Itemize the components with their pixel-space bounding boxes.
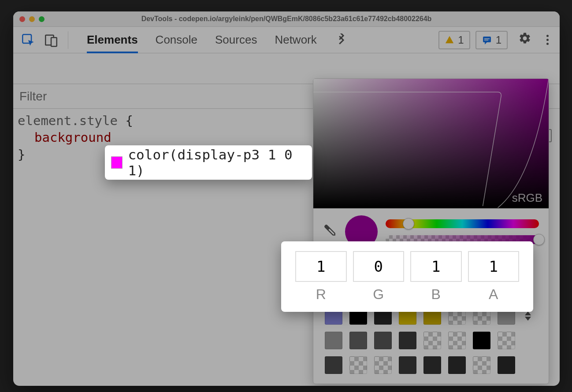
palette-swatch[interactable] (349, 356, 367, 374)
color-swatch-icon[interactable] (111, 156, 123, 169)
palette-swatch[interactable] (325, 332, 342, 349)
titlebar: DevTools - codepen.io/argyleink/pen/QWBg… (13, 11, 560, 27)
zoom-window-icon[interactable] (39, 16, 45, 22)
palette-swatch[interactable] (448, 332, 466, 349)
palette-swatch[interactable] (473, 332, 490, 349)
messages-badge[interactable]: 1 (475, 31, 508, 49)
warnings-count: 1 (458, 34, 464, 46)
palette-swatch[interactable] (374, 356, 392, 374)
palette-swatch[interactable] (448, 356, 466, 374)
gear-icon[interactable] (518, 32, 531, 48)
rgba-inputs-highlight: 1 0 1 1 R G B A (281, 241, 533, 312)
palette-swatch[interactable] (473, 356, 490, 374)
palette-swatch[interactable] (498, 332, 515, 349)
warnings-badge[interactable]: 1 (438, 31, 470, 49)
channel-b-label: B (410, 286, 462, 303)
palette-swatch[interactable] (423, 332, 441, 349)
palette-swatch[interactable] (498, 356, 515, 374)
traffic-lights (19, 16, 45, 22)
window-title: DevTools - codepen.io/argyleink/pen/QWBg… (13, 15, 560, 23)
eyedropper-icon[interactable] (323, 223, 337, 240)
channel-g-label: G (353, 286, 405, 303)
palette-stepper-icon[interactable] (522, 311, 534, 321)
palette-swatch[interactable] (325, 356, 342, 374)
channel-r-input[interactable]: 1 (295, 251, 347, 282)
svg-rect-2 (51, 37, 57, 46)
tab-network[interactable]: Network (275, 27, 316, 53)
gamut-boundary-icon (313, 79, 549, 208)
kebab-menu-icon[interactable] (542, 35, 553, 45)
messages-count: 1 (496, 34, 501, 46)
divider (68, 31, 68, 49)
device-toolbar-icon[interactable] (42, 31, 60, 49)
inspect-element-icon[interactable] (19, 31, 37, 49)
channel-b-input[interactable]: 1 (410, 251, 462, 282)
css-property-name[interactable]: background (34, 130, 111, 145)
svg-rect-3 (483, 37, 491, 42)
color-gradient-area[interactable]: sRGB (313, 79, 549, 208)
channel-g-input[interactable]: 0 (353, 251, 405, 282)
tab-sources[interactable]: Sources (215, 27, 257, 53)
panel-tabs: Elements Console Sources Network (87, 27, 348, 53)
palette-swatch[interactable] (399, 332, 416, 349)
minimize-window-icon[interactable] (29, 16, 35, 22)
palette-swatch[interactable] (399, 356, 416, 374)
devtools-toolbar: Elements Console Sources Network 1 1 (13, 27, 560, 53)
alpha-thumb[interactable] (533, 234, 545, 245)
channel-r-label: R (295, 286, 347, 303)
gamut-label: sRGB (512, 191, 542, 205)
channel-a-input[interactable]: 1 (468, 251, 520, 282)
styles-filter-input[interactable] (19, 89, 196, 104)
hue-slider[interactable] (386, 219, 539, 228)
palette-swatch[interactable] (423, 356, 441, 374)
tab-elements[interactable]: Elements (87, 27, 138, 53)
selector-text[interactable]: element.style (18, 113, 118, 128)
close-window-icon[interactable] (19, 16, 25, 22)
channel-a-label: A (468, 286, 520, 303)
rule-close: } (18, 147, 25, 162)
more-tabs-icon[interactable] (334, 27, 348, 53)
color-picker-popover: sRGB (313, 78, 549, 384)
css-value-highlight: color(display-p3 1 0 1) (105, 145, 312, 180)
palette-swatch[interactable] (374, 332, 392, 349)
palette-swatch[interactable] (349, 332, 367, 349)
devtools-window: DevTools - codepen.io/argyleink/pen/QWBg… (13, 11, 560, 386)
css-property-value[interactable]: color(display-p3 1 0 1) (128, 147, 306, 178)
tab-console[interactable]: Console (156, 27, 197, 53)
hue-thumb[interactable] (403, 218, 414, 229)
